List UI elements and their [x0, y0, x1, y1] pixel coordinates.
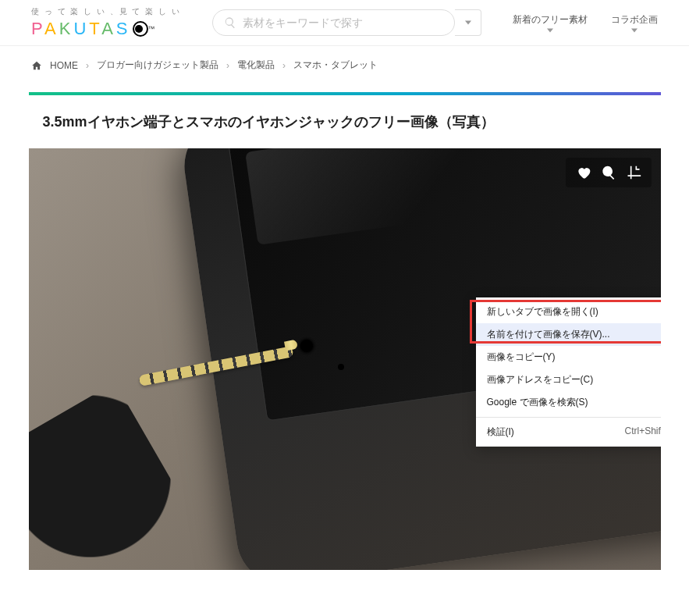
ctx-label: 名前を付けて画像を保存(V)... [487, 328, 610, 341]
breadcrumb-cat1[interactable]: ブロガー向けガジェット製品 [97, 59, 218, 72]
nav-label: 新着のフリー素材 [513, 13, 588, 27]
zoom-button[interactable] [600, 164, 617, 181]
ctx-google-search[interactable]: Google で画像を検索(S) [476, 391, 661, 414]
logo-block[interactable]: 使 っ て 楽 し い 、見 て 楽 し い PAKUTAS ™ [31, 6, 181, 39]
page-title: 3.5mmイヤホン端子とスマホのイヤホンジャックのフリー画像（写真） [29, 95, 661, 148]
nav-label: コラボ企画 [611, 13, 658, 27]
chevron-down-icon [631, 28, 638, 33]
search-wrap [212, 9, 481, 36]
breadcrumb-sep: › [226, 60, 229, 71]
ctx-copy-address[interactable]: 画像アドレスをコピー(C) [476, 369, 661, 391]
site-header: 使 っ て 楽 し い 、見 て 楽 し い PAKUTAS ™ 新着のフリー素… [0, 0, 689, 46]
nav-collab[interactable]: コラボ企画 [611, 13, 658, 33]
zoom-in-icon [601, 165, 616, 180]
ctx-open-new-tab[interactable]: 新しいタブで画像を開く(I) [476, 301, 661, 323]
home-icon [31, 60, 42, 71]
ctx-label: 新しいタブで画像を開く(I) [487, 305, 598, 319]
ctx-separator [476, 417, 661, 418]
breadcrumb-cat3[interactable]: スマホ・タブレット [293, 59, 378, 72]
headphone-jack [297, 336, 317, 356]
search-dropdown-button[interactable] [455, 9, 481, 36]
breadcrumb-sep: › [86, 60, 89, 71]
crop-button[interactable] [625, 164, 642, 181]
chevron-down-icon [465, 20, 471, 26]
ctx-label: 画像アドレスをコピー(C) [487, 373, 594, 386]
search-input[interactable] [243, 16, 443, 29]
ctx-copy-image[interactable]: 画像をコピー(Y) [476, 346, 661, 369]
ctx-label: 画像をコピー(Y) [487, 351, 556, 364]
chevron-down-icon [547, 28, 553, 33]
top-nav: 新着のフリー素材 コラボ企画 [513, 13, 658, 33]
logo-text: PAKUTAS [31, 19, 131, 39]
context-menu: 新しいタブで画像を開く(I) 名前を付けて画像を保存(V)... 画像をコピー(… [476, 297, 661, 447]
cable [29, 383, 201, 570]
heart-icon [576, 165, 591, 180]
breadcrumb-home[interactable]: HOME [50, 60, 78, 71]
breadcrumb-cat2[interactable]: 電化製品 [237, 59, 275, 72]
content: 3.5mmイヤホン端子とスマホのイヤホンジャックのフリー画像（写真） 新しいタブ… [29, 92, 661, 570]
main-image[interactable]: 新しいタブで画像を開く(I) 名前を付けて画像を保存(V)... 画像をコピー(… [29, 148, 661, 570]
ctx-shortcut: Ctrl+Shift+I [624, 426, 660, 439]
breadcrumb: HOME › ブロガー向けガジェット製品 › 電化製品 › スマホ・タブレット [0, 46, 689, 84]
image-action-bar [566, 158, 652, 187]
tagline: 使 っ て 楽 し い 、見 て 楽 し い [31, 6, 181, 17]
logo: PAKUTAS ™ [31, 19, 181, 39]
logo-eye-icon [133, 21, 148, 37]
ctx-inspect[interactable]: 検証(I) Ctrl+Shift+I [476, 421, 661, 443]
trademark: ™ [148, 25, 155, 33]
crop-icon [626, 165, 641, 180]
favorite-button[interactable] [575, 164, 592, 181]
search-box[interactable] [212, 9, 455, 36]
breadcrumb-sep: › [282, 60, 286, 71]
nav-new-assets[interactable]: 新着のフリー素材 [513, 13, 588, 33]
ctx-save-as[interactable]: 名前を付けて画像を保存(V)... [476, 323, 661, 346]
port-dot [338, 364, 344, 370]
ctx-label: Google で画像を検索(S) [487, 396, 588, 409]
ctx-label: 検証(I) [487, 426, 514, 439]
search-icon [224, 16, 236, 29]
